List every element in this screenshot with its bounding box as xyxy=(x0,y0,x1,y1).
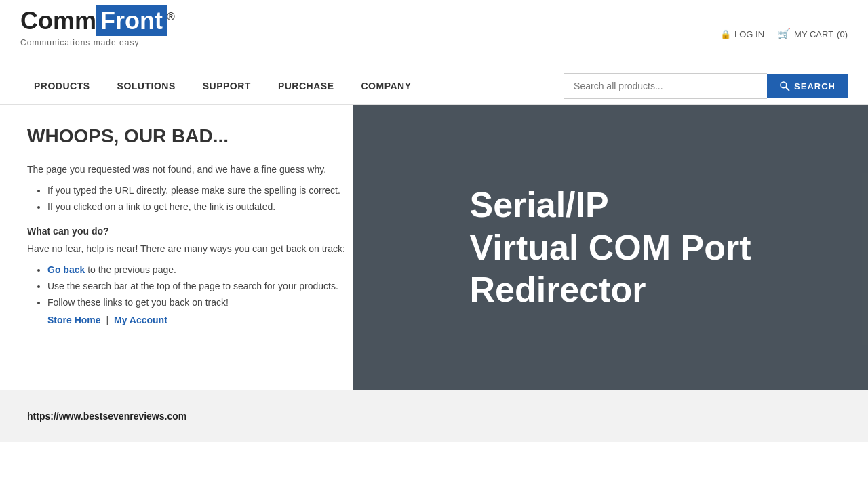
search-button[interactable]: SEARCH xyxy=(767,74,848,98)
cart-icon: 🛒 xyxy=(778,28,791,40)
site-header: CommFront® Communications made easy 🔒 LO… xyxy=(0,0,868,68)
login-label: LOG IN xyxy=(734,29,764,39)
help-text: Have no fear, help is near! There are ma… xyxy=(27,243,380,254)
go-back-rest: to the previous page. xyxy=(85,264,176,275)
go-back-link[interactable]: Go back xyxy=(47,264,85,275)
error-content: WHOOPS, OUR BAD... The page you requeste… xyxy=(27,125,380,325)
nav-item-products[interactable]: PRODUCTS xyxy=(20,68,104,104)
login-link[interactable]: 🔒 LOG IN xyxy=(720,29,764,39)
error-intro: The page you requested was not found, an… xyxy=(27,164,380,175)
action-item-goback: Go back to the previous page. xyxy=(47,264,380,275)
overlay-text: Serial/IP Virtual COM Port Redirector xyxy=(469,184,751,310)
logo-comm: Comm xyxy=(20,7,96,35)
cart-label: MY CART xyxy=(794,29,833,39)
my-account-link[interactable]: My Account xyxy=(114,314,167,325)
svg-line-1 xyxy=(786,87,789,90)
overlay-panel: Serial/IP Virtual COM Port Redirector xyxy=(353,105,868,390)
logo-box: CommFront® Communications made easy xyxy=(20,7,156,61)
nav-item-purchase[interactable]: PURCHASE xyxy=(264,68,348,104)
search-button-label: SEARCH xyxy=(794,81,835,92)
error-title: WHOOPS, OUR BAD... xyxy=(27,125,380,147)
logo-reg: ® xyxy=(167,11,175,22)
action-item-search: Use the search bar at the top of the pag… xyxy=(47,281,380,291)
list-item: If you clicked on a link to get here, th… xyxy=(47,201,380,212)
nav-item-support[interactable]: SUPPORT xyxy=(189,68,264,104)
search-area: SEARCH xyxy=(564,73,848,99)
navbar: PRODUCTS SOLUTIONS SUPPORT PURCHASE COMP… xyxy=(0,68,868,105)
logo-main-text: CommFront® xyxy=(20,7,156,35)
logo-front: Front xyxy=(96,5,167,36)
list-item: If you typed the URL directly, please ma… xyxy=(47,185,380,196)
logo-area: CommFront® Communications made easy xyxy=(20,7,156,61)
nav-items: PRODUCTS SOLUTIONS SUPPORT PURCHASE COMP… xyxy=(20,68,564,104)
error-reasons-list: If you typed the URL directly, please ma… xyxy=(47,185,380,212)
nav-item-solutions[interactable]: SOLUTIONS xyxy=(104,68,189,104)
action-item-links: Follow these links to get you back on tr… xyxy=(47,297,380,308)
action-list: Go back to the previous page. Use the se… xyxy=(47,264,380,308)
cart-link[interactable]: 🛒 MY CART (0) xyxy=(778,28,848,40)
main-content: WHOOPS, OUR BAD... The page you requeste… xyxy=(0,105,868,390)
nav-item-company[interactable]: COMPANY xyxy=(348,68,425,104)
footer-strip: https://www.bestsevenreviews.com xyxy=(0,390,868,442)
store-home-link[interactable]: Store Home xyxy=(47,314,101,325)
overlay-line1: Serial/IP xyxy=(469,184,751,226)
footer-url: https://www.bestsevenreviews.com xyxy=(27,411,186,422)
overlay-line2: Virtual COM Port xyxy=(469,226,751,268)
lock-icon: 🔒 xyxy=(720,29,731,39)
cart-count: (0) xyxy=(837,29,848,39)
overlay-line3: Redirector xyxy=(469,268,751,310)
search-icon xyxy=(779,81,790,92)
search-input[interactable] xyxy=(564,73,767,99)
pipe-separator: | xyxy=(106,314,108,325)
what-can-you-do-label: What can you do? xyxy=(27,226,380,237)
logo-tagline: Communications made easy xyxy=(20,38,156,47)
header-right: 🔒 LOG IN 🛒 MY CART (0) xyxy=(720,28,848,40)
inline-links: Store Home | My Account xyxy=(47,314,380,325)
